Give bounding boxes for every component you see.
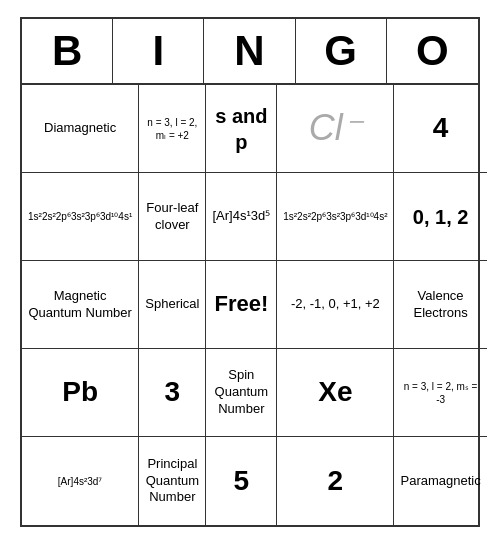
bingo-cell-22: 5 <box>206 437 277 525</box>
bingo-cell-4: 4 <box>394 85 486 173</box>
header-b: B <box>22 19 113 83</box>
bingo-cell-14: Valence Electrons <box>394 261 486 349</box>
bingo-cell-19: n = 3, l = 2, mₛ = -3 <box>394 349 486 437</box>
bingo-cell-12: Free! <box>206 261 277 349</box>
bingo-cell-18: Xe <box>277 349 394 437</box>
bingo-cell-11: Spherical <box>139 261 206 349</box>
bingo-cell-3: Cl⁻ <box>277 85 394 173</box>
header-o: O <box>387 19 478 83</box>
bingo-cell-0: Diamagnetic <box>22 85 139 173</box>
bingo-card: B I N G O Diamagneticn = 3, l = 2, mₗ = … <box>20 17 480 527</box>
bingo-cell-5: 1s²2s²2p⁶3s²3p⁶3d¹⁰4s¹ <box>22 173 139 261</box>
bingo-cell-1: n = 3, l = 2, mₗ = +2 <box>139 85 206 173</box>
bingo-cell-20: [Ar]4s²3d⁷ <box>22 437 139 525</box>
bingo-cell-9: 0, 1, 2 <box>394 173 486 261</box>
bingo-cell-2: s and p <box>206 85 277 173</box>
bingo-cell-15: Pb <box>22 349 139 437</box>
bingo-cell-17: Spin Quantum Number <box>206 349 277 437</box>
bingo-cell-7: [Ar]4s¹3d⁵ <box>206 173 277 261</box>
bingo-header: B I N G O <box>22 19 478 85</box>
header-i: I <box>113 19 204 83</box>
bingo-cell-6: Four-leaf clover <box>139 173 206 261</box>
bingo-grid: Diamagneticn = 3, l = 2, mₗ = +2s and pC… <box>22 85 478 525</box>
header-g: G <box>296 19 387 83</box>
bingo-cell-13: -2, -1, 0, +1, +2 <box>277 261 394 349</box>
bingo-cell-10: Magnetic Quantum Number <box>22 261 139 349</box>
bingo-cell-8: 1s²2s²2p⁶3s²3p⁶3d¹⁰4s² <box>277 173 394 261</box>
bingo-cell-16: 3 <box>139 349 206 437</box>
bingo-cell-23: 2 <box>277 437 394 525</box>
bingo-cell-21: Principal Quantum Number <box>139 437 206 525</box>
bingo-cell-24: Paramagnetic <box>394 437 486 525</box>
header-n: N <box>204 19 295 83</box>
